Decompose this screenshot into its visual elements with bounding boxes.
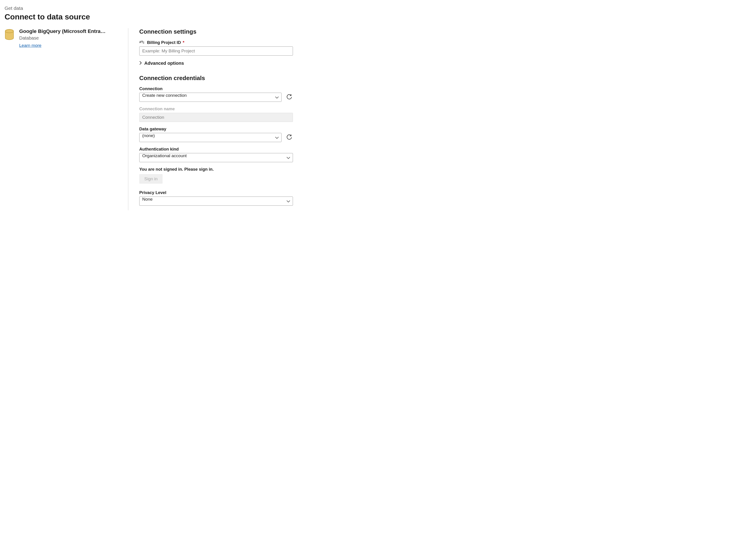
refresh-icon bbox=[287, 134, 292, 141]
chevron-right-icon bbox=[139, 60, 142, 66]
connection-refresh-button[interactable] bbox=[286, 93, 293, 101]
billing-project-label: Billing Project ID bbox=[147, 40, 181, 45]
advanced-options-label: Advanced options bbox=[144, 60, 184, 66]
connection-label: Connection bbox=[139, 86, 293, 91]
refresh-icon bbox=[287, 94, 292, 100]
advanced-options-toggle[interactable]: Advanced options bbox=[139, 60, 293, 66]
data-gateway-select[interactable]: (none) bbox=[139, 133, 282, 142]
svg-text:C: C bbox=[143, 42, 144, 44]
source-summary: Google BigQuery (Microsoft Entra… Databa… bbox=[5, 28, 128, 210]
signin-button[interactable]: Sign in bbox=[139, 174, 163, 184]
text-type-icon: A B C bbox=[139, 40, 145, 45]
connection-credentials-heading: Connection credentials bbox=[139, 75, 293, 82]
auth-kind-select[interactable]: Organizational account bbox=[139, 153, 293, 162]
required-indicator: * bbox=[183, 40, 184, 45]
gateway-refresh-button[interactable] bbox=[286, 134, 293, 142]
data-gateway-label: Data gateway bbox=[139, 127, 293, 131]
page-title: Connect to data source bbox=[5, 12, 751, 21]
learn-more-link[interactable]: Learn more bbox=[19, 43, 42, 48]
source-name: Google BigQuery (Microsoft Entra… bbox=[19, 28, 124, 34]
connection-name-label: Connection name bbox=[139, 106, 293, 111]
signin-note: You are not signed in. Please sign in. bbox=[139, 167, 293, 172]
source-category: Database bbox=[19, 35, 124, 41]
auth-kind-label: Authentication kind bbox=[139, 147, 293, 152]
privacy-level-select[interactable]: None bbox=[139, 197, 293, 206]
connection-name-input bbox=[139, 113, 293, 122]
privacy-level-label: Privacy Level bbox=[139, 190, 293, 195]
breadcrumb: Get data bbox=[5, 5, 751, 11]
database-icon bbox=[5, 29, 14, 41]
svg-text:A: A bbox=[139, 41, 141, 44]
billing-project-input[interactable] bbox=[139, 46, 293, 56]
connection-settings-heading: Connection settings bbox=[139, 28, 293, 35]
connection-select[interactable]: Create new connection bbox=[139, 93, 282, 102]
